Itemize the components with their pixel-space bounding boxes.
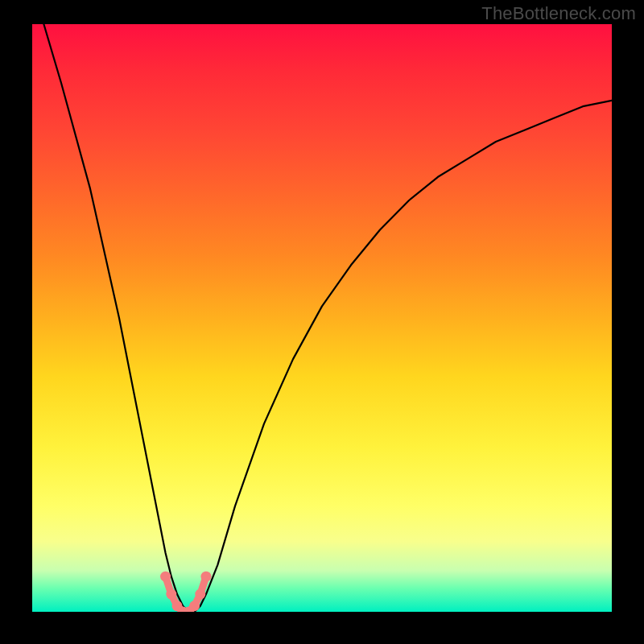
optimal-zone-dot: [201, 572, 212, 582]
chart-svg: [32, 24, 612, 612]
optimal-zone-dot: [166, 589, 176, 600]
optimal-zone-dot: [195, 589, 205, 600]
plot-area: [32, 24, 612, 612]
optimal-zone-dots: [160, 572, 211, 612]
watermark-text: TheBottleneck.com: [481, 3, 636, 24]
optimal-zone-dot: [160, 572, 171, 582]
chart-frame: TheBottleneck.com: [0, 0, 644, 644]
bottleneck-curve: [43, 24, 612, 612]
optimal-zone-dot: [189, 601, 200, 611]
